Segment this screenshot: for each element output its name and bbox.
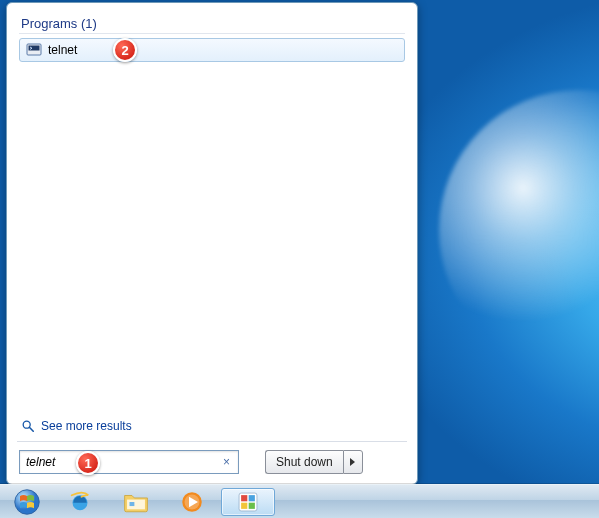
svg-rect-12 — [249, 495, 255, 501]
shutdown-split-button: Shut down — [265, 450, 363, 474]
start-menu-bottom-row: × Shut down — [19, 450, 405, 474]
programs-section-header: Programs (1) — [19, 13, 405, 34]
search-box[interactable]: × — [19, 450, 239, 474]
terminal-icon — [26, 42, 42, 58]
svg-rect-11 — [241, 495, 247, 501]
start-menu-panel: Programs (1) telnet See more results — [6, 2, 418, 485]
search-result-label: telnet — [48, 43, 77, 57]
internet-explorer-button[interactable] — [53, 488, 107, 516]
file-explorer-button[interactable] — [109, 488, 163, 516]
vs-icon — [237, 491, 259, 513]
search-result-telnet[interactable]: telnet — [19, 38, 405, 62]
magnifier-icon — [21, 419, 35, 433]
clear-search-icon[interactable]: × — [219, 455, 234, 469]
wmp-icon — [180, 490, 204, 514]
dev-tool-button[interactable] — [221, 488, 275, 516]
see-more-results-link[interactable]: See more results — [19, 415, 405, 441]
search-results-area: telnet — [19, 38, 405, 415]
ie-icon — [68, 490, 92, 514]
taskbar — [0, 484, 599, 518]
svg-rect-7 — [130, 502, 135, 506]
see-more-results-label: See more results — [41, 419, 132, 433]
windows-orb-icon — [13, 488, 41, 516]
shutdown-button[interactable]: Shut down — [265, 450, 343, 474]
media-player-button[interactable] — [165, 488, 219, 516]
svg-line-3 — [29, 427, 33, 431]
svg-rect-13 — [241, 502, 247, 508]
svg-point-4 — [15, 489, 40, 514]
svg-rect-14 — [249, 502, 255, 508]
divider — [17, 441, 407, 442]
desktop-wallpaper-swoosh — [439, 90, 599, 370]
svg-rect-1 — [29, 46, 40, 51]
search-input[interactable] — [26, 455, 219, 469]
shutdown-options-arrow[interactable] — [343, 450, 363, 474]
folder-icon — [123, 491, 149, 513]
start-button[interactable] — [3, 488, 51, 516]
